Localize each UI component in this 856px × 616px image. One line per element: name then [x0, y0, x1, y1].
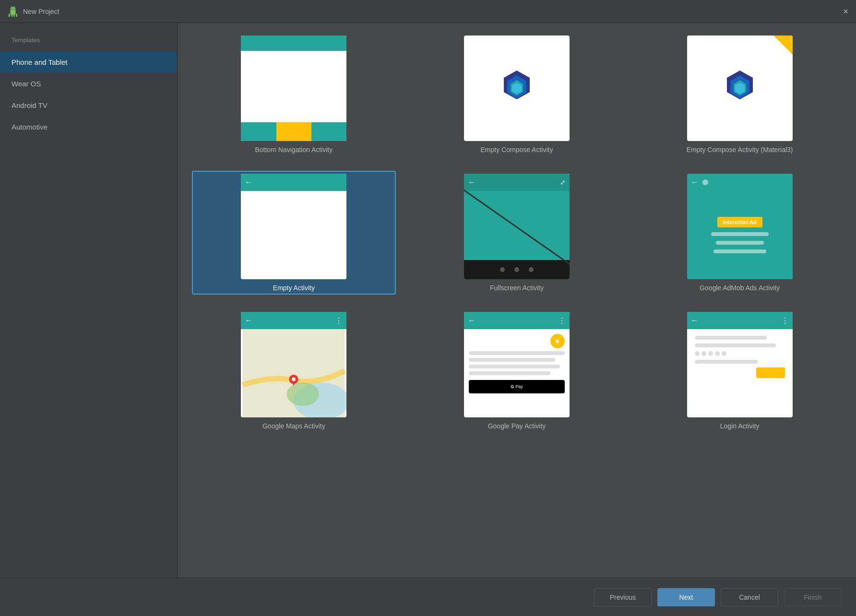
- template-thumbnail-admob: ← Interstitial Ad: [687, 174, 793, 279]
- template-thumbnail-empty-activity: ←: [241, 174, 346, 279]
- sidebar: Templates Phone and Tablet Wear OS Andro…: [0, 23, 178, 578]
- window-title: New Project: [23, 8, 59, 15]
- back-arrow-login: ←: [691, 316, 699, 325]
- svg-point-13: [292, 378, 296, 381]
- gpay-button: G Pay: [469, 380, 565, 393]
- diagonal-line: [464, 184, 570, 270]
- admob-line-2: [716, 241, 764, 245]
- template-label-empty-activity: Empty Activity: [273, 284, 315, 292]
- sidebar-item-android-tv[interactable]: Android TV: [0, 95, 177, 116]
- main-content: Templates Phone and Tablet Wear OS Andro…: [0, 23, 856, 578]
- template-fullscreen[interactable]: ← ⤢ Fullscreen Activity: [415, 171, 619, 295]
- template-empty-compose-m3[interactable]: Empty Compose Activity (Material3): [638, 33, 842, 156]
- template-label-gpay: Google Pay Activity: [488, 422, 546, 430]
- android-icon: [8, 6, 18, 17]
- template-label-maps: Google Maps Activity: [262, 422, 325, 430]
- template-thumbnail-fullscreen: ← ⤢: [464, 174, 570, 279]
- template-thumbnail-maps: ← ⋮: [241, 312, 346, 417]
- phone-dot-1: [500, 267, 505, 272]
- template-admob[interactable]: ← Interstitial Ad Google AdMob Ads Activ…: [638, 171, 842, 295]
- login-line-2: [695, 344, 776, 347]
- bottom-bar: Previous Next Cancel Finish: [0, 578, 856, 616]
- template-label-admob: Google AdMob Ads Activity: [700, 284, 780, 292]
- template-label-fullscreen: Fullscreen Activity: [490, 284, 544, 292]
- sidebar-item-phone-tablet[interactable]: Phone and Tablet: [0, 51, 177, 73]
- template-thumbnail-gpay: ← ⋮ ★: [464, 312, 570, 417]
- map-area: [241, 329, 346, 417]
- template-login[interactable]: ← ⋮: [638, 309, 842, 433]
- gpay-line-1: [469, 351, 565, 355]
- templates-grid: Bottom Navigation Activity Empt: [192, 33, 842, 433]
- gpay-line-4: [469, 371, 550, 375]
- next-button[interactable]: Next: [657, 588, 715, 606]
- previous-button[interactable]: Previous: [594, 588, 652, 606]
- phone-dot-3: [529, 267, 534, 272]
- template-label-empty-compose: Empty Compose Activity: [481, 146, 553, 154]
- admob-dot: [702, 179, 708, 185]
- template-empty-compose[interactable]: Empty Compose Activity: [415, 33, 619, 156]
- interstitial-badge: Interstitial Ad: [717, 217, 762, 227]
- template-label-empty-compose-m3: Empty Compose Activity (Material3): [687, 146, 793, 154]
- compose-m3-logo-svg: [718, 67, 761, 110]
- gpay-text: Pay: [515, 384, 523, 389]
- back-arrow-empty: ←: [245, 178, 252, 187]
- template-thumbnail-login: ← ⋮: [687, 312, 793, 417]
- template-thumbnail-empty-compose-m3: [687, 36, 793, 141]
- back-arrow-fullscreen: ←: [468, 178, 476, 187]
- template-empty-activity[interactable]: ← Empty Activity: [192, 171, 396, 295]
- login-dots: [695, 351, 785, 356]
- finish-button[interactable]: Finish: [784, 588, 842, 606]
- template-thumbnail-bottom-nav: [241, 36, 346, 141]
- login-line-1: [695, 336, 767, 340]
- login-dot-3: [708, 351, 713, 356]
- sidebar-section-label: Templates: [0, 33, 177, 51]
- back-arrow-admob: ←: [691, 178, 699, 187]
- template-thumbnail-empty-compose: [464, 36, 570, 141]
- login-sign-in-btn: [756, 367, 785, 378]
- login-dot-5: [722, 351, 726, 356]
- gpay-avatar: ★: [550, 334, 565, 348]
- expand-icon-fullscreen: ⤢: [560, 178, 566, 186]
- menu-dots-gpay: ⋮: [558, 316, 566, 325]
- login-dot-4: [715, 351, 720, 356]
- sidebar-item-automotive[interactable]: Automotive: [0, 116, 177, 138]
- svg-point-10: [287, 382, 320, 405]
- gpay-body: ★ G Pay: [464, 329, 570, 417]
- admob-line-3: [713, 249, 766, 253]
- templates-area: Bottom Navigation Activity Empt: [178, 23, 856, 578]
- template-bottom-nav[interactable]: Bottom Navigation Activity: [192, 33, 396, 156]
- template-label-login: Login Activity: [720, 422, 760, 430]
- compose-logo-svg: [495, 67, 538, 110]
- gpay-line-2: [469, 358, 555, 362]
- login-dot-1: [695, 351, 700, 356]
- gpay-star-icon: ★: [554, 337, 560, 345]
- corner-badge: [773, 36, 793, 55]
- template-label-bottom-nav: Bottom Navigation Activity: [255, 146, 333, 154]
- menu-dots-maps: ⋮: [335, 316, 343, 325]
- template-gpay[interactable]: ← ⋮ ★: [415, 309, 619, 433]
- login-dot-2: [701, 351, 706, 356]
- template-maps[interactable]: ← ⋮: [192, 309, 396, 433]
- back-arrow-gpay: ←: [468, 316, 476, 325]
- title-bar: New Project ×: [0, 0, 856, 23]
- map-svg: [241, 329, 346, 417]
- login-line-3: [695, 360, 758, 364]
- sidebar-item-wear-os[interactable]: Wear OS: [0, 73, 177, 95]
- title-bar-left: New Project: [8, 6, 59, 17]
- login-body: [687, 329, 793, 417]
- fullscreen-bottom-bar: [464, 260, 570, 279]
- gpay-g-letter: G: [511, 384, 514, 389]
- close-button[interactable]: ×: [843, 7, 848, 16]
- back-arrow-maps: ←: [245, 316, 252, 325]
- admob-line-1: [711, 232, 769, 236]
- phone-dot-2: [514, 267, 519, 272]
- gpay-line-3: [469, 365, 560, 368]
- cancel-button[interactable]: Cancel: [721, 588, 778, 606]
- menu-dots-login: ⋮: [781, 316, 789, 325]
